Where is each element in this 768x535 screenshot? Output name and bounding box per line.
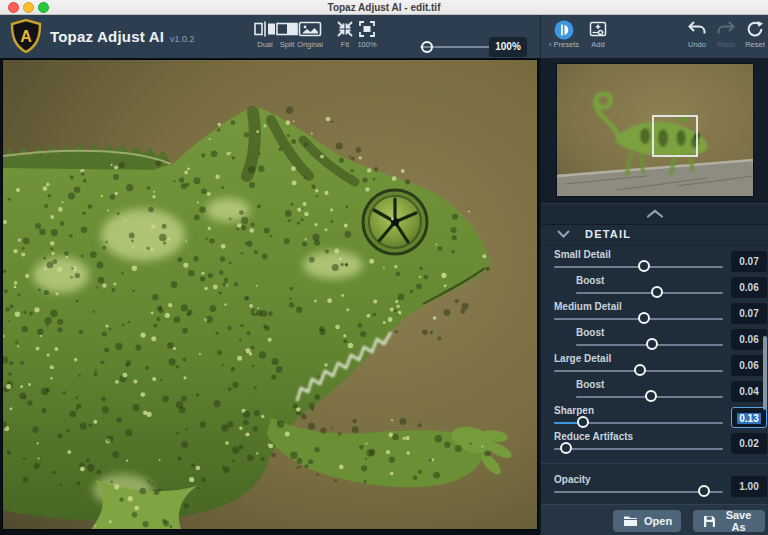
slider-knob-opacity[interactable] (698, 485, 710, 497)
chevron-up-icon (645, 209, 665, 218)
slider-row-boost: Boost0.06 (541, 275, 768, 301)
add-adjustment-button[interactable]: Add (584, 20, 612, 54)
reset-button[interactable]: Reset (740, 20, 768, 54)
slider-value-small-detail[interactable]: 0.07 (731, 251, 767, 272)
slider-row-reduce-artifacts: Reduce Artifacts0.02 (541, 431, 768, 457)
slider-knob-boost[interactable] (645, 390, 657, 402)
panel-scrollbar[interactable] (763, 336, 767, 410)
slider-label-boost: Boost (576, 275, 604, 286)
opacity-section: Opacity1.00 (541, 463, 768, 505)
slider-row-boost: Boost0.04 (541, 379, 768, 405)
slider-row-sharpen: Sharpen0.13 (541, 405, 768, 431)
slider-knob-medium-detail[interactable] (638, 312, 650, 324)
redo-button[interactable]: Redo (712, 20, 740, 54)
app-version: v1.0.2 (170, 34, 195, 44)
slider-label-reduce-artifacts: Reduce Artifacts (554, 431, 633, 442)
save-icon (703, 515, 716, 528)
chevron-down-icon (557, 230, 570, 238)
slider-row-medium-detail: Medium Detail0.07 (541, 301, 768, 327)
topaz-logo-icon: A (10, 19, 42, 53)
slider-track-boost[interactable] (576, 344, 723, 346)
actual-size-button[interactable]: 100% (352, 20, 382, 54)
folder-open-icon (623, 515, 638, 527)
slider-label-boost: Boost (576, 379, 604, 390)
window-title: Topaz Adjust AI - edit.tif (0, 0, 768, 14)
presets-icon (544, 20, 584, 38)
presets-label: ‹ Presets (544, 40, 584, 49)
slider-knob-reduce-artifacts[interactable] (560, 442, 572, 454)
open-button[interactable]: Open (613, 510, 681, 532)
slider-row-boost: Boost0.06 (541, 327, 768, 353)
detail-sliders: Small Detail0.07Boost0.06Medium Detail0.… (541, 245, 768, 463)
save-as-button[interactable]: Save As (693, 510, 765, 532)
svg-text:A: A (20, 28, 32, 45)
adjustment-panel: DETAIL Small Detail0.07Boost0.06Medium D… (540, 58, 768, 535)
slider-label-large-detail: Large Detail (554, 353, 611, 364)
slider-track-large-detail[interactable] (554, 370, 723, 372)
slider-row-large-detail: Large Detail0.06 (541, 353, 768, 379)
original-view-icon (293, 20, 327, 38)
main-image (3, 60, 537, 529)
slider-value-boost[interactable]: 0.04 (731, 381, 767, 402)
reset-icon (740, 20, 768, 38)
undo-icon (682, 20, 712, 38)
slider-row-small-detail: Small Detail0.07 (541, 249, 768, 275)
toolbar-divider (540, 15, 541, 58)
slider-knob-boost[interactable] (646, 338, 658, 350)
zoom-value: 100% (489, 37, 527, 57)
slider-value-reduce-artifacts[interactable]: 0.02 (731, 433, 767, 454)
panel-collapse-bar[interactable] (541, 203, 768, 225)
slider-track-reduce-artifacts[interactable] (554, 448, 723, 450)
toolbar: A Topaz Adjust AI v1.0.2 Dual (0, 15, 768, 59)
slider-value-boost[interactable]: 0.06 (731, 277, 767, 298)
slider-knob-large-detail[interactable] (634, 364, 646, 376)
slider-value-large-detail[interactable]: 0.06 (731, 355, 767, 376)
image-canvas[interactable] (0, 58, 540, 535)
zoom-slider-knob[interactable] (421, 41, 433, 53)
add-adjustment-icon (584, 20, 612, 38)
slider-label-boost: Boost (576, 327, 604, 338)
slider-value-sharpen[interactable]: 0.13 (731, 407, 767, 428)
slider-value-opacity[interactable]: 1.00 (731, 476, 767, 497)
slider-knob-boost[interactable] (651, 286, 663, 298)
original-view-button[interactable]: Original (293, 20, 327, 54)
undo-button[interactable]: Undo (682, 20, 712, 54)
presets-button[interactable]: ‹ Presets (544, 20, 584, 54)
actual-size-icon (352, 20, 382, 38)
footer-bar: Open Save As (541, 504, 768, 535)
app-window: Topaz Adjust AI - edit.tif A Topaz Adjus… (0, 0, 768, 535)
slider-track-sharpen[interactable] (554, 422, 723, 424)
slider-knob-small-detail[interactable] (638, 260, 650, 272)
slider-label-small-detail: Small Detail (554, 249, 611, 260)
slider-knob-sharpen[interactable] (577, 416, 589, 428)
slider-label-opacity: Opacity (554, 474, 591, 485)
slider-track-boost[interactable] (576, 292, 723, 294)
titlebar: Topaz Adjust AI - edit.tif (0, 0, 768, 15)
slider-label-sharpen: Sharpen (554, 405, 594, 416)
detail-section-title: DETAIL (585, 228, 631, 240)
slider-track-opacity[interactable] (554, 491, 723, 493)
slider-label-medium-detail: Medium Detail (554, 301, 622, 312)
slider-track-boost[interactable] (576, 396, 723, 398)
redo-icon (712, 20, 740, 38)
navigator (541, 58, 768, 203)
navigator-thumbnail[interactable] (557, 64, 753, 196)
detail-section-header[interactable]: DETAIL (541, 224, 768, 246)
slider-value-boost[interactable]: 0.06 (731, 329, 767, 350)
slider-track-small-detail[interactable] (554, 266, 723, 268)
slider-row-opacity: Opacity1.00 (541, 474, 768, 500)
slider-track-medium-detail[interactable] (554, 318, 723, 320)
app-name: Topaz Adjust AI (50, 28, 164, 45)
slider-value-medium-detail[interactable]: 0.07 (731, 303, 767, 324)
